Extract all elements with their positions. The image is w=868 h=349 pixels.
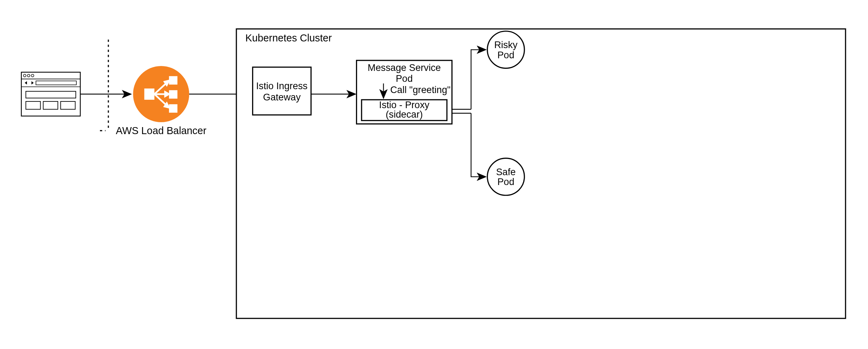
browser-icon	[21, 72, 80, 116]
svg-rect-12	[144, 88, 154, 100]
svg-rect-14	[169, 90, 177, 99]
aws-lb-label: AWS Load Balancer	[116, 125, 207, 136]
istio-ingress-label-2: Gateway	[263, 92, 301, 103]
safe-pod-label-1: Safe	[496, 166, 516, 177]
call-greeting-label: Call "greeting"	[390, 84, 451, 95]
safe-pod-label-2: Pod	[497, 176, 514, 187]
risky-pod-label-2: Pod	[497, 50, 514, 60]
istio-ingress-label-1: Istio Ingress	[256, 80, 308, 91]
msg-pod-label-2: Pod	[396, 73, 412, 84]
msg-pod-label-1: Message Service	[368, 62, 441, 73]
svg-rect-13	[169, 76, 177, 85]
aws-load-balancer-icon	[133, 66, 189, 122]
kubernetes-cluster-label: Kubernetes Cluster	[245, 32, 332, 44]
kubernetes-cluster-box	[236, 29, 846, 318]
architecture-diagram: AWS Load Balancer Kubernetes Cluster Ist…	[0, 0, 868, 349]
sidecar-label-2: (sidecar)	[386, 109, 423, 120]
risky-pod-label-1: Risky	[494, 39, 518, 50]
